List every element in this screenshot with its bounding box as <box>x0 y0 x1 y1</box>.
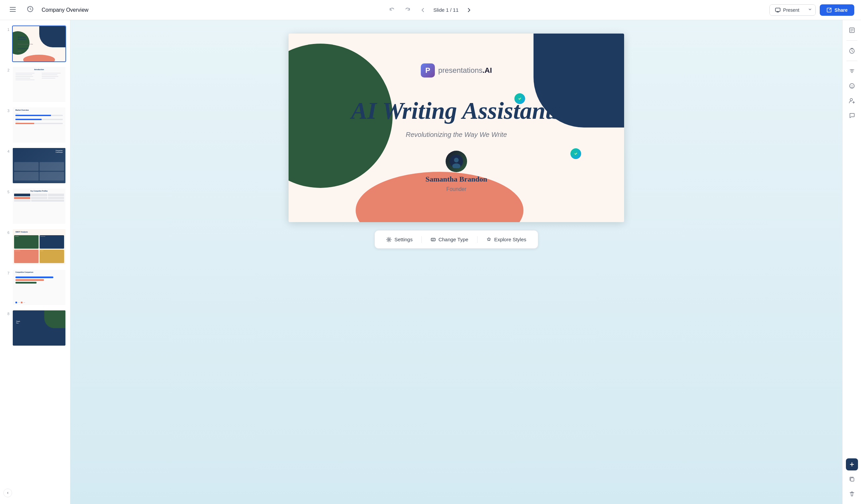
slide-thumbnail-wrap[interactable]: Competitive Comparison 97% 78% <box>12 269 66 306</box>
topbar-left: Company Overview <box>7 4 764 16</box>
slide-thumbnail-6: SWOT Analysis Strengths Weaknesses Oppor… <box>13 229 66 264</box>
svg-point-10 <box>388 239 390 240</box>
slide-number: 7 <box>4 269 9 275</box>
slide-author-role: Founder <box>446 186 466 192</box>
history-button[interactable] <box>24 4 36 16</box>
logo-text: presentations.AI <box>438 66 492 75</box>
add-slide-button[interactable] <box>846 458 858 471</box>
slide-item[interactable]: 4 CompetitorLandscape <box>0 145 70 186</box>
topbar-center: Slide 1 / 11 <box>387 5 474 15</box>
slide-logo: P presentations.AI <box>421 64 492 78</box>
svg-point-8 <box>454 158 459 162</box>
explore-styles-label: Explore Styles <box>494 236 527 242</box>
share-button[interactable]: Share <box>820 4 854 16</box>
slide-item[interactable]: 8 ThankYou <box>0 308 70 348</box>
slide-author-name: Samantha Brandon <box>425 175 487 183</box>
present-button-group[interactable]: Present <box>769 4 816 16</box>
slide-thumbnail-wrap[interactable]: ThankYou <box>12 310 66 346</box>
slide-thumbnail-1: AI WritingAssistants Revolutionizing the… <box>13 26 66 62</box>
explore-styles-button[interactable]: Explore Styles <box>480 234 533 245</box>
slide-avatar <box>446 151 467 172</box>
slide-indicator: Slide 1 / 11 <box>433 7 459 13</box>
slide-item[interactable]: 3 Market Overview Category A Category B … <box>0 105 70 145</box>
settings-label: Settings <box>394 236 412 242</box>
slide-thumbnail-wrap[interactable]: Market Overview Category A Category B Ca… <box>12 107 66 143</box>
slide-main-title: AI Writing Assistants <box>351 98 562 124</box>
slide-thumbnail-4: CompetitorLandscape <box>13 148 66 183</box>
slide-thumbnail-2: Introduction <box>13 67 66 102</box>
doc-title: Company Overview <box>42 7 88 13</box>
present-label: Present <box>783 8 799 13</box>
right-sidebar-top <box>846 24 858 121</box>
slide-number: 3 <box>4 107 9 113</box>
logo-suffix: .AI <box>482 66 492 74</box>
toolbar-divider <box>421 236 422 243</box>
prev-slide-button[interactable] <box>418 5 428 15</box>
slide-thumbnail-7: Competitive Comparison 97% 78% <box>13 270 66 305</box>
svg-rect-19 <box>851 478 854 481</box>
change-type-button[interactable]: Change Type <box>424 234 475 245</box>
slide-number: 2 <box>4 66 9 72</box>
duplicate-button[interactable] <box>846 473 858 485</box>
slide-thumbnail-wrap[interactable]: SWOT Analysis Strengths Weaknesses Oppor… <box>12 229 66 265</box>
slide-thumbnail-wrap[interactable]: Key Competitor Profiles <box>12 188 66 224</box>
settings-button[interactable]: Settings <box>380 234 419 245</box>
add-user-icon-button[interactable] <box>846 95 858 107</box>
redo-button[interactable] <box>402 5 412 15</box>
collapse-panel-button[interactable] <box>3 489 12 497</box>
svg-rect-4 <box>776 8 780 11</box>
present-main-button[interactable]: Present <box>770 5 805 15</box>
logo-name: presentations <box>438 66 482 74</box>
slide-number: 1 <box>4 26 9 31</box>
menu-icon <box>10 6 16 13</box>
svg-rect-0 <box>10 7 16 8</box>
slide-item[interactable]: 5 Key Competitor Profiles <box>0 186 70 227</box>
slide-item[interactable]: 1 AI WritingAssistants Revolutionizing t… <box>0 24 70 64</box>
slide-number: 4 <box>4 147 9 153</box>
logo-letter: P <box>425 66 430 75</box>
slide-thumbnail-wrap[interactable]: Introduction <box>12 66 66 103</box>
svg-rect-1 <box>10 9 16 10</box>
slide-number: 6 <box>4 229 9 234</box>
timer-icon-button[interactable] <box>846 45 858 57</box>
bottom-toolbar: Settings Change Type Explore Styles <box>374 230 538 249</box>
present-dropdown-button[interactable] <box>805 5 815 15</box>
slide-thumbnail-5: Key Competitor Profiles <box>13 189 66 224</box>
svg-point-16 <box>851 85 851 86</box>
emoji-icon-button[interactable] <box>846 80 858 92</box>
svg-rect-2 <box>10 11 16 12</box>
sidebar-divider <box>847 40 857 41</box>
filters-icon-button[interactable] <box>846 65 858 77</box>
notes-icon-button[interactable] <box>846 24 858 36</box>
slide-number: 5 <box>4 188 9 194</box>
slide-thumbnail-wrap[interactable]: AI WritingAssistants Revolutionizing the… <box>12 26 66 62</box>
delete-button[interactable] <box>846 488 858 500</box>
share-label: Share <box>834 8 848 13</box>
sidebar-divider-2 <box>847 61 857 61</box>
logo-icon: P <box>421 64 435 78</box>
next-slide-button[interactable] <box>464 5 474 15</box>
slide-subtitle: Revolutionizing the Way We Write <box>406 131 507 139</box>
svg-rect-11 <box>431 238 435 241</box>
slide-item[interactable]: 2 Introduction <box>0 64 70 105</box>
svg-point-17 <box>852 85 853 86</box>
chat-icon-button[interactable] <box>846 109 858 121</box>
topbar-right: Present Share <box>769 4 854 16</box>
slide-author-section: Samantha Brandon Founder <box>425 151 487 192</box>
svg-point-18 <box>850 99 852 101</box>
slide-content: P presentations.AI AI Writing Assistants… <box>289 33 624 222</box>
slide-canvas: P presentations.AI AI Writing Assistants… <box>289 33 624 222</box>
slide-thumbnail-wrap[interactable]: CompetitorLandscape <box>12 147 66 184</box>
menu-button[interactable] <box>7 4 19 16</box>
main-layout: 1 AI WritingAssistants Revolutionizing t… <box>0 20 861 504</box>
right-sidebar <box>842 20 861 504</box>
undo-button[interactable] <box>387 5 397 15</box>
slide-number: 8 <box>4 310 9 316</box>
slide-item[interactable]: 6 SWOT Analysis Strengths Weaknesses Opp… <box>0 227 70 267</box>
canvas-area: P presentations.AI AI Writing Assistants… <box>70 20 842 504</box>
slide-thumbnail-8: ThankYou <box>13 310 66 345</box>
slide-thumbnail-3: Market Overview Category A Category B Ca… <box>13 107 66 142</box>
svg-point-14 <box>851 69 852 70</box>
slide-item[interactable]: 7 Competitive Comparison 97% 78 <box>0 267 70 308</box>
slides-panel: 1 AI WritingAssistants Revolutionizing t… <box>0 20 70 504</box>
